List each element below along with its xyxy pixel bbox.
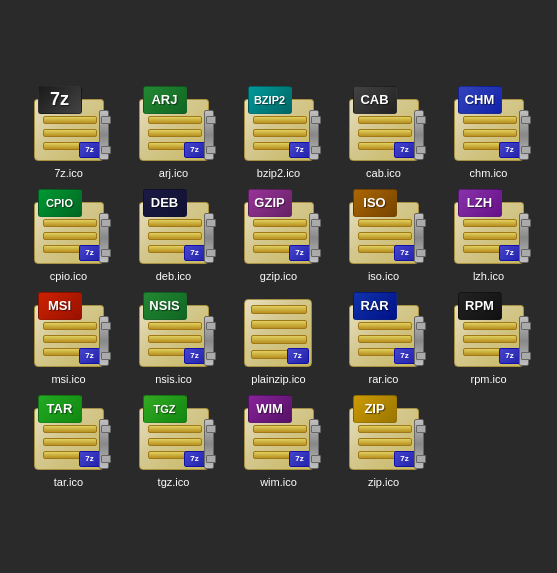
clamp [99,316,109,366]
icon-item-7z[interactable]: 7z 7z 7z.ico [19,86,119,179]
icon-item-tgz[interactable]: 7z TGZ tgz.ico [124,395,224,488]
icon-label-wim: wim.ico [260,476,297,488]
archive-icon-arj: 7z ARJ [139,86,209,161]
archive-icon-zip: 7z ZIP [349,395,419,470]
icon-label-cab: cab.ico [366,167,401,179]
7z-small-badge-msi: 7z [79,348,101,364]
icon-item-rar[interactable]: 7z RAR rar.ico [334,292,434,385]
label-badge-7z: 7z [38,86,82,114]
7z-small-badge-zip: 7z [394,451,416,467]
icon-item-deb[interactable]: 7z DEB deb.ico [124,189,224,282]
label-badge-rpm: RPM [458,292,502,320]
icon-label-plainzip: plainzip.ico [251,373,305,385]
label-badge-msi: MSI [38,292,82,320]
clamp [414,316,424,366]
archive-icon-nsis: 7z NSIS [139,292,209,367]
icon-item-bzip2[interactable]: 7z BZIP2 bzip2.ico [229,86,329,179]
7z-small-badge-tar: 7z [79,451,101,467]
icon-label-deb: deb.ico [156,270,191,282]
7z-small-badge: 7z [287,348,309,364]
archive-icon-iso: 7z ISO [349,189,419,264]
clamp [204,110,214,160]
label-badge-zip: ZIP [353,395,397,423]
icon-label-cpio: cpio.ico [50,270,87,282]
archive-icon-plainzip: 7z [244,292,314,367]
icon-item-chm[interactable]: 7z CHM chm.ico [439,86,539,179]
icon-label-rpm: rpm.ico [470,373,506,385]
archive-icon-lzh: 7z LZH [454,189,524,264]
archive-icon-cab: 7z CAB [349,86,419,161]
clamp [99,419,109,469]
clamp [204,213,214,263]
label-badge-iso: ISO [353,189,397,217]
label-badge-cpio: CPIO [38,189,82,217]
icon-label-gzip: gzip.ico [260,270,297,282]
clamp [309,110,319,160]
label-badge-rar: RAR [353,292,397,320]
clamp [204,316,214,366]
label-badge-bzip2: BZIP2 [248,86,292,114]
icon-item-zip[interactable]: 7z ZIP zip.ico [334,395,434,488]
7z-small-badge-cab: 7z [394,142,416,158]
icon-label-bzip2: bzip2.ico [257,167,300,179]
clamp [414,213,424,263]
icon-item-cab[interactable]: 7z CAB cab.ico [334,86,434,179]
clamp [414,419,424,469]
icon-label-tar: tar.ico [54,476,83,488]
7z-small-badge-iso: 7z [394,245,416,261]
7z-small-badge-nsis: 7z [184,348,206,364]
icon-label-chm: chm.ico [470,167,508,179]
icon-label-zip: zip.ico [368,476,399,488]
archive-icon-cpio: 7z CPIO [34,189,104,264]
archive-icon-deb: 7z DEB [139,189,209,264]
archive-icon-tar: 7z TAR [34,395,104,470]
icon-item-arj[interactable]: 7z ARJ arj.ico [124,86,224,179]
archive-icon-7z: 7z 7z [34,86,104,161]
icon-label-msi: msi.ico [51,373,85,385]
icon-item-tar[interactable]: 7z TAR tar.ico [19,395,119,488]
7z-small-badge-lzh: 7z [499,245,521,261]
clamp [519,213,529,263]
icon-item-cpio[interactable]: 7z CPIO cpio.ico [19,189,119,282]
label-badge-arj: ARJ [143,86,187,114]
7z-small-badge-rar: 7z [394,348,416,364]
7z-small-badge-deb: 7z [184,245,206,261]
icon-item-plainzip[interactable]: 7z plainzip.ico [229,292,329,385]
archive-icon-wim: 7z WIM [244,395,314,470]
7z-small-badge-cpio: 7z [79,245,101,261]
clamp [519,316,529,366]
icon-item-iso[interactable]: 7z ISO iso.ico [334,189,434,282]
7z-small-badge-wim: 7z [289,451,311,467]
icon-item-rpm[interactable]: 7z RPM rpm.ico [439,292,539,385]
icon-label-lzh: lzh.ico [473,270,504,282]
clamp [309,213,319,263]
archive-icon-chm: 7z CHM [454,86,524,161]
label-badge-chm: CHM [458,86,502,114]
clamp [519,110,529,160]
icon-label-arj: arj.ico [159,167,188,179]
archive-icon-gzip: 7z GZIP [244,189,314,264]
label-badge-tgz: TGZ [143,395,187,423]
clamp [99,110,109,160]
label-badge-tar: TAR [38,395,82,423]
7z-small-badge-bzip2: 7z [289,142,311,158]
7z-small-badge-tgz: 7z [184,451,206,467]
icon-item-lzh[interactable]: 7z LZH lzh.ico [439,189,539,282]
label-badge-nsis: NSIS [143,292,187,320]
clamp [414,110,424,160]
icon-label-iso: iso.ico [368,270,399,282]
icon-item-gzip[interactable]: 7z GZIP gzip.ico [229,189,329,282]
archive-icon-bzip2: 7z BZIP2 [244,86,314,161]
icon-item-wim[interactable]: 7z WIM wim.ico [229,395,329,488]
7z-small-badge-rpm: 7z [499,348,521,364]
icon-item-nsis[interactable]: 7z NSIS nsis.ico [124,292,224,385]
label-badge-deb: DEB [143,189,187,217]
archive-icon-rar: 7z RAR [349,292,419,367]
icon-label-rar: rar.ico [369,373,399,385]
label-badge-wim: WIM [248,395,292,423]
clamp [99,213,109,263]
icon-item-msi[interactable]: 7z MSI msi.ico [19,292,119,385]
archive-icon-tgz: 7z TGZ [139,395,209,470]
7z-small-badge-gzip: 7z [289,245,311,261]
clamp [204,419,214,469]
